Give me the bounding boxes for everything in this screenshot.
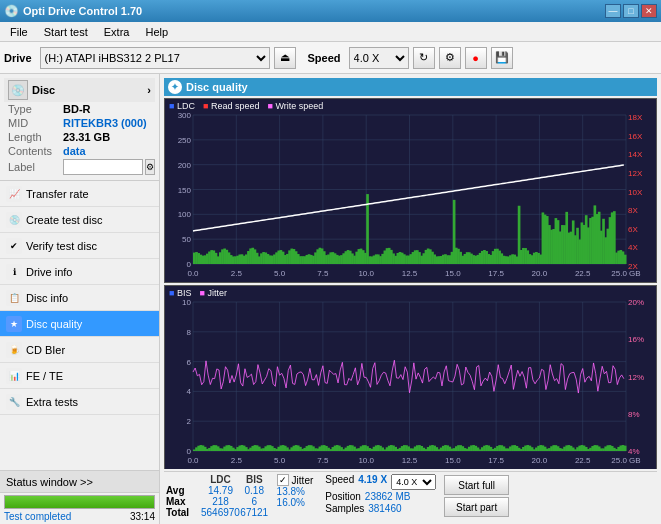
position-row: Position 23862 MB bbox=[325, 491, 436, 502]
sidebar-item-disc-quality[interactable]: ★ Disc quality bbox=[0, 311, 159, 337]
avg-jitter-row: 13.8% bbox=[277, 486, 314, 497]
write-speed-legend: ■ Write speed bbox=[267, 101, 323, 111]
menu-file[interactable]: File bbox=[2, 24, 36, 40]
start-part-button[interactable]: Start part bbox=[444, 497, 509, 517]
stats-max-bis: 6 bbox=[240, 496, 269, 507]
menu-help[interactable]: Help bbox=[137, 24, 176, 40]
speed-value: 4.19 X bbox=[358, 474, 387, 490]
refresh-button[interactable]: ↻ bbox=[413, 47, 435, 69]
jitter-legend: ■ Jitter bbox=[199, 288, 226, 298]
samples-row: Samples 381460 bbox=[325, 503, 436, 514]
sidebar-item-label: Disc quality bbox=[26, 318, 82, 330]
sidebar-item-cd-bier[interactable]: 🍺 CD BIer bbox=[0, 337, 159, 363]
bis-legend: ■ BIS bbox=[169, 288, 191, 298]
eject-button[interactable]: ⏏ bbox=[274, 47, 296, 69]
bottom-chart: ■ BIS ■ Jitter bbox=[164, 285, 657, 470]
disc-contents-row: Contents data bbox=[4, 144, 155, 158]
disc-icon: 💿 bbox=[8, 80, 28, 100]
disc-label-label: Label bbox=[8, 161, 63, 173]
disc-mid-row: MID RITEKBR3 (000) bbox=[4, 116, 155, 130]
left-panel: 💿 Disc › Type BD-R MID RITEKBR3 (000) Le… bbox=[0, 74, 160, 524]
disc-type-row: Type BD-R bbox=[4, 102, 155, 116]
ldc-legend: ■ LDC bbox=[169, 101, 195, 111]
chart-header: ✦ Disc quality bbox=[164, 78, 657, 96]
stats-max-row: Max 218 6 bbox=[166, 496, 269, 507]
disc-header: 💿 Disc › bbox=[4, 78, 155, 102]
status-window-button[interactable]: Status window >> bbox=[0, 471, 159, 493]
sidebar-item-fe-te[interactable]: 📊 FE / TE bbox=[0, 363, 159, 389]
disc-length-label: Length bbox=[8, 131, 63, 143]
disc-mid-value: RITEKBR3 (000) bbox=[63, 117, 147, 129]
top-legend: ■ LDC ■ Read speed ■ Write speed bbox=[169, 101, 323, 111]
jitter-checkbox[interactable]: ✓ bbox=[277, 474, 289, 486]
right-panel: ✦ Disc quality ■ LDC ■ Read speed ■ Writ… bbox=[160, 74, 661, 524]
speed-select-stats[interactable]: 4.0 X 1.0 X 2.0 X bbox=[391, 474, 436, 490]
max-jitter-row: 16.0% bbox=[277, 497, 314, 508]
stats-avg-bis: 0.18 bbox=[240, 485, 269, 496]
jitter-row: ✓ Jitter bbox=[277, 474, 314, 486]
top-chart: ■ LDC ■ Read speed ■ Write speed bbox=[164, 98, 657, 283]
bottom-chart-canvas bbox=[165, 286, 656, 469]
window-controls: — □ ✕ bbox=[605, 4, 657, 18]
speed-label: Speed bbox=[308, 52, 341, 64]
stats-max-ldc: 218 bbox=[201, 496, 240, 507]
disc-label-button[interactable]: ⚙ bbox=[145, 159, 155, 175]
titlebar: 💿 Opti Drive Control 1.70 — □ ✕ bbox=[0, 0, 661, 22]
maximize-button[interactable]: □ bbox=[623, 4, 639, 18]
stats-total-ldc: 5646970 bbox=[201, 507, 240, 518]
progress-bar-container bbox=[4, 495, 155, 509]
drive-select[interactable]: (H:) ATAPI iHBS312 2 PL17 bbox=[40, 47, 270, 69]
stats-avg-row: Avg 14.79 0.18 bbox=[166, 485, 269, 496]
chart-title: Disc quality bbox=[186, 81, 248, 93]
chart-icon: ✦ bbox=[168, 80, 182, 94]
stats-avg-label: Avg bbox=[166, 485, 201, 496]
fe-te-icon: 📊 bbox=[6, 368, 22, 384]
menu-start-test[interactable]: Start test bbox=[36, 24, 96, 40]
extra-tests-icon: 🔧 bbox=[6, 394, 22, 410]
disc-quality-icon: ★ bbox=[6, 316, 22, 332]
disc-info-icon: 📋 bbox=[6, 290, 22, 306]
nav-items: 📈 Transfer rate 💿 Create test disc ✔ Ver… bbox=[0, 181, 159, 470]
speed-section: Speed 4.19 X 4.0 X 1.0 X 2.0 X Position … bbox=[321, 474, 440, 518]
close-button[interactable]: ✕ bbox=[641, 4, 657, 18]
sidebar-item-transfer-rate[interactable]: 📈 Transfer rate bbox=[0, 181, 159, 207]
disc-chevron-icon: › bbox=[147, 84, 151, 96]
minimize-button[interactable]: — bbox=[605, 4, 621, 18]
start-full-button[interactable]: Start full bbox=[444, 475, 509, 495]
toolbar: Drive (H:) ATAPI iHBS312 2 PL17 ⏏ Speed … bbox=[0, 42, 661, 74]
stats-header-ldc: LDC bbox=[201, 474, 240, 485]
menu-extra[interactable]: Extra bbox=[96, 24, 138, 40]
app-title: 💿 Opti Drive Control 1.70 bbox=[4, 4, 142, 18]
disc-contents-value: data bbox=[63, 145, 86, 157]
drive-info-icon: ℹ bbox=[6, 264, 22, 280]
read-speed-legend: ■ Read speed bbox=[203, 101, 260, 111]
disc-type-value: BD-R bbox=[63, 103, 91, 115]
stats-header-blank bbox=[166, 474, 201, 485]
progress-bar-fill bbox=[5, 496, 154, 508]
status-row: Test completed 33:14 bbox=[0, 511, 159, 524]
save-button[interactable]: 💾 bbox=[491, 47, 513, 69]
transfer-rate-icon: 📈 bbox=[6, 186, 22, 202]
speed-select[interactable]: 4.0 X 1.0 X 2.0 X 6.0 X 8.0 X bbox=[349, 47, 409, 69]
position-label: Position bbox=[325, 491, 361, 502]
sidebar-item-verify-test-disc[interactable]: ✔ Verify test disc bbox=[0, 233, 159, 259]
settings-button[interactable]: ⚙ bbox=[439, 47, 461, 69]
drive-label: Drive bbox=[4, 52, 32, 64]
disc-mid-label: MID bbox=[8, 117, 63, 129]
top-chart-canvas bbox=[165, 99, 656, 282]
record-button[interactable]: ● bbox=[465, 47, 487, 69]
stats-total-row: Total 5646970 67121 bbox=[166, 507, 269, 518]
jitter-speed-section: ✓ Jitter 13.8% 16.0% bbox=[273, 474, 318, 518]
disc-label-input[interactable] bbox=[63, 159, 143, 175]
sidebar-item-label: FE / TE bbox=[26, 370, 63, 382]
sidebar-item-extra-tests[interactable]: 🔧 Extra tests bbox=[0, 389, 159, 415]
stats-table: LDC BIS Avg 14.79 0.18 Max 218 6 bbox=[166, 474, 269, 518]
disc-length-row: Length 23.31 GB bbox=[4, 130, 155, 144]
disc-contents-label: Contents bbox=[8, 145, 63, 157]
sidebar-item-disc-info[interactable]: 📋 Disc info bbox=[0, 285, 159, 311]
sidebar-item-create-test-disc[interactable]: 💿 Create test disc bbox=[0, 207, 159, 233]
app-icon: 💿 bbox=[4, 4, 19, 18]
disc-label-row: Label ⚙ bbox=[4, 158, 155, 176]
sidebar-item-label: Create test disc bbox=[26, 214, 102, 226]
sidebar-item-drive-info[interactable]: ℹ Drive info bbox=[0, 259, 159, 285]
